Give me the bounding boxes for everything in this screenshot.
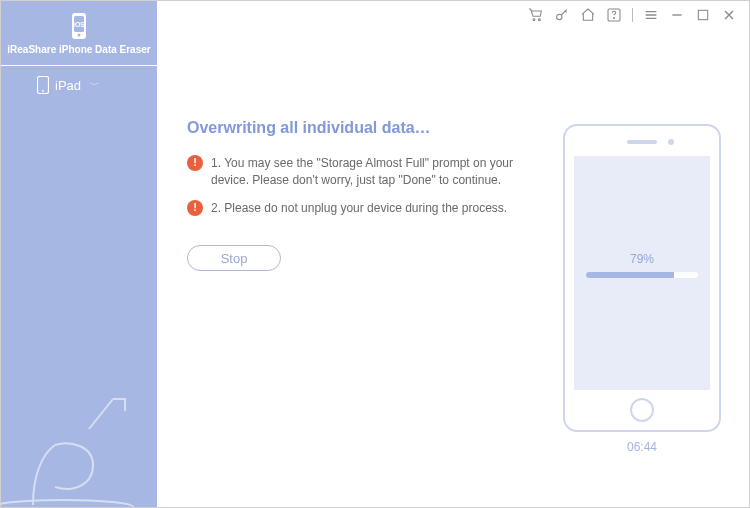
svg-point-0 xyxy=(533,19,535,21)
app-logo-icon: iOS xyxy=(65,12,93,40)
svg-rect-5 xyxy=(698,10,707,19)
alert-icon: ! xyxy=(187,200,203,216)
warning-note-2: ! 2. Please do not unplug your device du… xyxy=(187,200,547,217)
titlebar-separator xyxy=(632,8,633,22)
home-button-icon xyxy=(630,398,654,422)
sidebar: iOS iReaShare iPhone Data Eraser iPad ﹀ xyxy=(1,1,157,507)
menu-icon[interactable] xyxy=(643,7,659,23)
minimize-icon[interactable] xyxy=(669,7,685,23)
device-preview: 79% 06:44 xyxy=(563,124,721,454)
svg-point-7 xyxy=(78,33,81,36)
elapsed-time: 06:44 xyxy=(563,440,721,454)
sidebar-decoration-icon xyxy=(0,385,143,508)
svg-point-12 xyxy=(0,500,133,508)
maximize-icon[interactable] xyxy=(695,7,711,23)
svg-point-2 xyxy=(557,14,562,19)
svg-point-4 xyxy=(613,17,614,18)
app-badge: iOS iReaShare iPhone Data Eraser xyxy=(1,1,157,66)
home-icon[interactable] xyxy=(580,7,596,23)
phone-screen: 79% xyxy=(574,156,710,390)
device-icon xyxy=(37,76,49,94)
svg-point-1 xyxy=(538,19,540,21)
progress-percent-label: 79% xyxy=(574,252,710,266)
app-title: iReaShare iPhone Data Eraser xyxy=(1,44,156,55)
key-icon[interactable] xyxy=(554,7,570,23)
chevron-down-icon: ﹀ xyxy=(90,79,99,92)
phone-speaker xyxy=(627,140,657,144)
progress-bar-fill xyxy=(586,272,674,278)
warning-text-2: 2. Please do not unplug your device duri… xyxy=(211,200,507,217)
help-icon[interactable] xyxy=(606,7,622,23)
cart-icon[interactable] xyxy=(528,7,544,23)
warning-text-1: 1. You may see the "Storage Almost Full"… xyxy=(211,155,547,190)
warning-note-1: ! 1. You may see the "Storage Almost Ful… xyxy=(187,155,547,190)
close-icon[interactable] xyxy=(721,7,737,23)
svg-point-11 xyxy=(42,90,44,92)
device-selector[interactable]: iPad ﹀ xyxy=(1,66,157,104)
window-titlebar xyxy=(516,1,749,29)
main-content: Overwriting all individual data… ! 1. Yo… xyxy=(157,29,749,507)
svg-text:iOS: iOS xyxy=(73,21,85,28)
device-frame: 79% xyxy=(563,124,721,432)
phone-camera xyxy=(668,139,674,145)
progress-bar xyxy=(586,272,698,278)
stop-button[interactable]: Stop xyxy=(187,245,281,271)
device-label: iPad xyxy=(55,78,81,93)
alert-icon: ! xyxy=(187,155,203,171)
